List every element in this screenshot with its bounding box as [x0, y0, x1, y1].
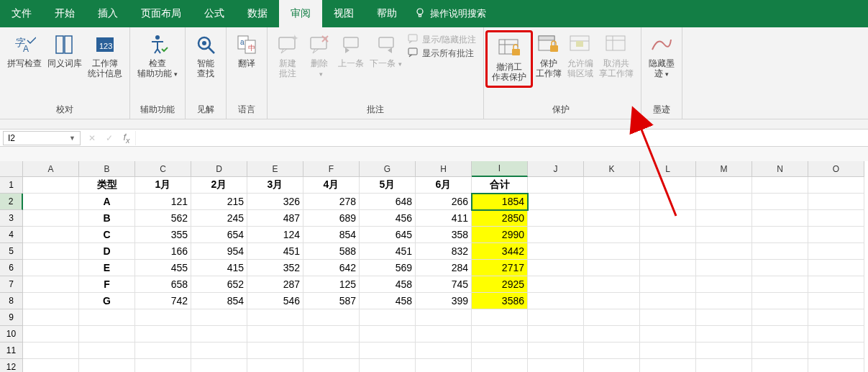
row-header-11[interactable]: 11 — [0, 342, 23, 359]
cell-C10[interactable] — [135, 326, 191, 342]
cell-A7[interactable] — [23, 276, 79, 293]
cell-M4[interactable] — [696, 227, 752, 243]
tab-view[interactable]: 视图 — [322, 0, 365, 27]
workbook-stats-button[interactable]: 123 工作簿统计信息 — [85, 30, 125, 81]
cell-C11[interactable] — [135, 342, 191, 359]
cell-F10[interactable] — [303, 326, 360, 342]
cell-F3[interactable]: 689 — [303, 210, 360, 227]
cell-I8[interactable]: 3586 — [472, 293, 528, 309]
column-header-D[interactable]: D — [191, 161, 247, 177]
tab-review[interactable]: 审阅 — [279, 0, 322, 27]
row-header-6[interactable]: 6 — [0, 260, 23, 276]
cell-C9[interactable] — [135, 309, 191, 326]
cell-H8[interactable]: 399 — [416, 293, 472, 309]
cell-G9[interactable] — [360, 309, 416, 326]
cell-D1[interactable]: 2月 — [191, 177, 247, 194]
cell-L6[interactable] — [640, 260, 696, 276]
cell-B6[interactable]: E — [79, 260, 135, 276]
cell-E8[interactable]: 546 — [247, 293, 303, 309]
row-header-2[interactable]: 2 — [0, 194, 23, 210]
cell-A5[interactable] — [23, 243, 79, 260]
cell-D5[interactable]: 954 — [191, 243, 247, 260]
select-all-button[interactable] — [0, 161, 23, 177]
cell-L12[interactable] — [640, 359, 696, 372]
cell-A1[interactable] — [23, 177, 79, 194]
row-header-10[interactable]: 10 — [0, 326, 23, 342]
cell-D7[interactable]: 652 — [191, 276, 247, 293]
cell-I10[interactable] — [472, 326, 528, 342]
cell-I1[interactable]: 合计 — [472, 177, 528, 194]
column-header-I[interactable]: I — [472, 161, 528, 177]
tab-file[interactable]: 文件 — [0, 0, 43, 27]
cell-N6[interactable] — [752, 260, 808, 276]
spelling-button[interactable]: 字A 拼写检查 — [4, 30, 45, 71]
row-header-5[interactable]: 5 — [0, 243, 23, 260]
cell-D4[interactable]: 654 — [191, 227, 247, 243]
cell-B11[interactable] — [79, 342, 135, 359]
cell-E3[interactable]: 487 — [247, 210, 303, 227]
column-header-F[interactable]: F — [303, 161, 360, 177]
hide-ink-button[interactable]: 隐藏墨迹 ▾ — [646, 30, 677, 81]
cell-F12[interactable] — [303, 359, 360, 372]
cell-A12[interactable] — [23, 359, 79, 372]
cell-J11[interactable] — [528, 342, 584, 359]
cell-A8[interactable] — [23, 293, 79, 309]
cell-G7[interactable]: 458 — [360, 276, 416, 293]
cell-L3[interactable] — [640, 210, 696, 227]
cell-N4[interactable] — [752, 227, 808, 243]
cell-M7[interactable] — [696, 276, 752, 293]
cell-E9[interactable] — [247, 309, 303, 326]
cell-L9[interactable] — [640, 309, 696, 326]
cell-M11[interactable] — [696, 342, 752, 359]
tab-help[interactable]: 帮助 — [365, 0, 408, 27]
cell-N12[interactable] — [752, 359, 808, 372]
cell-H11[interactable] — [416, 342, 472, 359]
cell-J10[interactable] — [528, 326, 584, 342]
cell-G5[interactable]: 451 — [360, 243, 416, 260]
cell-O12[interactable] — [808, 359, 864, 372]
cell-G3[interactable]: 456 — [360, 210, 416, 227]
cell-M10[interactable] — [696, 326, 752, 342]
cell-I9[interactable] — [472, 309, 528, 326]
cell-L8[interactable] — [640, 293, 696, 309]
cell-B12[interactable] — [79, 359, 135, 372]
cell-O4[interactable] — [808, 227, 864, 243]
cell-I2[interactable]: 1854 — [472, 194, 528, 210]
cell-L5[interactable] — [640, 243, 696, 260]
cell-O2[interactable] — [808, 194, 864, 210]
cell-K7[interactable] — [584, 276, 640, 293]
cell-G4[interactable]: 645 — [360, 227, 416, 243]
cell-E7[interactable]: 287 — [247, 276, 303, 293]
cell-J2[interactable] — [528, 194, 584, 210]
cell-J9[interactable] — [528, 309, 584, 326]
cell-O1[interactable] — [808, 177, 864, 194]
cell-O11[interactable] — [808, 342, 864, 359]
column-header-N[interactable]: N — [752, 161, 808, 177]
column-header-J[interactable]: J — [528, 161, 584, 177]
row-header-4[interactable]: 4 — [0, 227, 23, 243]
cell-K1[interactable] — [584, 177, 640, 194]
fx-button[interactable]: fx — [118, 131, 135, 145]
cell-G1[interactable]: 5月 — [360, 177, 416, 194]
cell-E10[interactable] — [247, 326, 303, 342]
cell-A6[interactable] — [23, 260, 79, 276]
cell-J8[interactable] — [528, 293, 584, 309]
cell-J6[interactable] — [528, 260, 584, 276]
cell-K4[interactable] — [584, 227, 640, 243]
cell-G8[interactable]: 458 — [360, 293, 416, 309]
cell-C1[interactable]: 1月 — [135, 177, 191, 194]
translate-button[interactable]: a中 翻译 — [231, 30, 262, 71]
cell-O5[interactable] — [808, 243, 864, 260]
column-header-E[interactable]: E — [247, 161, 303, 177]
cell-H6[interactable]: 284 — [416, 260, 472, 276]
cell-K8[interactable] — [584, 293, 640, 309]
cell-D3[interactable]: 245 — [191, 210, 247, 227]
cell-K6[interactable] — [584, 260, 640, 276]
cell-H9[interactable] — [416, 309, 472, 326]
cell-J4[interactable] — [528, 227, 584, 243]
cell-C5[interactable]: 166 — [135, 243, 191, 260]
cell-O8[interactable] — [808, 293, 864, 309]
cell-D6[interactable]: 415 — [191, 260, 247, 276]
smart-lookup-button[interactable]: 智能查找 — [190, 30, 221, 81]
cell-G6[interactable]: 569 — [360, 260, 416, 276]
